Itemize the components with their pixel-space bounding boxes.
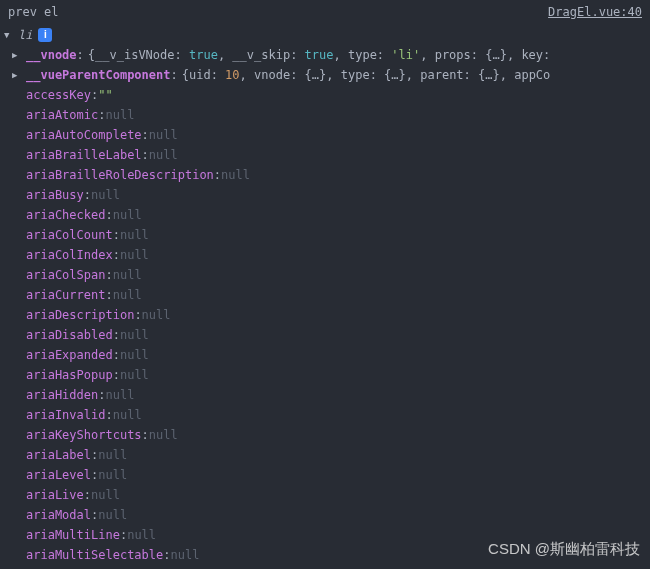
prop-row[interactable]: ariaAtomic: null <box>26 105 650 125</box>
prop-row[interactable]: ariaLevel: null <box>26 465 650 485</box>
source-link[interactable]: DragEl.vue:40 <box>548 2 642 22</box>
prop-row[interactable]: ariaColIndex: null <box>26 245 650 265</box>
prop-key: ariaColIndex <box>26 245 113 265</box>
object-name: li <box>18 25 32 45</box>
prop-row[interactable]: ariaBrailleLabel: null <box>26 145 650 165</box>
chevron-right-icon[interactable]: ▶ <box>12 45 24 65</box>
prop-row[interactable]: ariaCurrent: null <box>26 285 650 305</box>
prop-key: ariaHidden <box>26 385 98 405</box>
prop-row[interactable]: ariaBusy: null <box>26 185 650 205</box>
prop-value: null <box>171 545 200 565</box>
prop-key: ariaLive <box>26 485 84 505</box>
chevron-right-icon[interactable]: ▶ <box>12 65 24 85</box>
prop-preview: {__v_isVNode: true, __v_skip: true, type… <box>88 45 551 65</box>
prop-value: null <box>149 425 178 445</box>
info-icon[interactable]: i <box>38 28 52 42</box>
prop-value: null <box>149 145 178 165</box>
prop-value: null <box>149 125 178 145</box>
prop-key: ariaBrailleRoleDescription <box>26 165 214 185</box>
prop-value: null <box>113 285 142 305</box>
prop-key: ariaColSpan <box>26 265 105 285</box>
prop-row[interactable]: ariaBrailleRoleDescription: null <box>26 165 650 185</box>
prop-value: null <box>113 405 142 425</box>
prop-row[interactable]: ariaHidden: null <box>26 385 650 405</box>
prop-value: null <box>120 245 149 265</box>
prop-key: ariaModal <box>26 505 91 525</box>
prop-row[interactable]: ariaMultiSelectable: null <box>26 545 650 565</box>
prop-key: ariaMultiLine <box>26 525 120 545</box>
prop-row[interactable]: ariaModal: null <box>26 505 650 525</box>
prop-key: ariaColCount <box>26 225 113 245</box>
prop-row[interactable]: ariaMultiLine: null <box>26 525 650 545</box>
prop-row[interactable]: ariaChecked: null <box>26 205 650 225</box>
prop-key: ariaLabel <box>26 445 91 465</box>
property-list: ▶ __vnode: {__v_isVNode: true, __v_skip:… <box>0 45 650 565</box>
prop-value: null <box>221 165 250 185</box>
prop-value: null <box>98 465 127 485</box>
prop-value: null <box>91 485 120 505</box>
prop-key: ariaChecked <box>26 205 105 225</box>
prop-row[interactable]: ariaColSpan: null <box>26 265 650 285</box>
prop-value: null <box>98 445 127 465</box>
prop-value: null <box>142 305 171 325</box>
prop-key: ariaMultiSelectable <box>26 545 163 565</box>
log-label: prev el <box>8 2 59 22</box>
prop-row[interactable]: ariaDescription: null <box>26 305 650 325</box>
prop-row[interactable]: ariaKeyShortcuts: null <box>26 425 650 445</box>
prop-row[interactable]: ariaHasPopup: null <box>26 365 650 385</box>
prop-value: null <box>120 325 149 345</box>
prop-key: ariaHasPopup <box>26 365 113 385</box>
prop-row[interactable]: ariaExpanded: null <box>26 345 650 365</box>
toggle-down-icon[interactable] <box>4 24 16 45</box>
prop-key: ariaAtomic <box>26 105 98 125</box>
prop-value: null <box>113 205 142 225</box>
prop-value: null <box>113 265 142 285</box>
object-root[interactable]: li i <box>0 24 650 45</box>
prop-key: ariaCurrent <box>26 285 105 305</box>
prop-value: null <box>120 225 149 245</box>
prop-key: ariaKeyShortcuts <box>26 425 142 445</box>
prop-key: ariaAutoComplete <box>26 125 142 145</box>
prop-value: null <box>98 505 127 525</box>
prop-value: null <box>127 525 156 545</box>
prop-row[interactable]: ariaAutoComplete: null <box>26 125 650 145</box>
prop-value: null <box>105 385 134 405</box>
prop-value: null <box>120 345 149 365</box>
prop-vnode[interactable]: ▶ __vnode: {__v_isVNode: true, __v_skip:… <box>26 45 650 65</box>
prop-row[interactable]: ariaLabel: null <box>26 445 650 465</box>
prop-key: __vnode <box>26 45 77 65</box>
prop-value: null <box>105 105 134 125</box>
prop-row[interactable]: ariaDisabled: null <box>26 325 650 345</box>
prop-parent-component[interactable]: ▶ __vueParentComponent: {uid: 10, vnode:… <box>26 65 650 85</box>
prop-row[interactable]: ariaInvalid: null <box>26 405 650 425</box>
prop-key: ariaLevel <box>26 465 91 485</box>
prop-key: ariaBusy <box>26 185 84 205</box>
prop-value: null <box>120 365 149 385</box>
prop-key: accessKey <box>26 85 91 105</box>
prop-key: ariaDisabled <box>26 325 113 345</box>
prop-key: __vueParentComponent <box>26 65 171 85</box>
prop-row[interactable]: ariaLive: null <box>26 485 650 505</box>
prop-key: ariaBrailleLabel <box>26 145 142 165</box>
prop-key: ariaInvalid <box>26 405 105 425</box>
prop-row[interactable]: accessKey: "" <box>26 85 650 105</box>
prop-preview: {uid: 10, vnode: {…}, type: {…}, parent:… <box>182 65 551 85</box>
prop-value: null <box>91 185 120 205</box>
prop-row[interactable]: ariaColCount: null <box>26 225 650 245</box>
prop-value: "" <box>98 85 112 105</box>
prop-key: ariaExpanded <box>26 345 113 365</box>
prop-key: ariaDescription <box>26 305 134 325</box>
